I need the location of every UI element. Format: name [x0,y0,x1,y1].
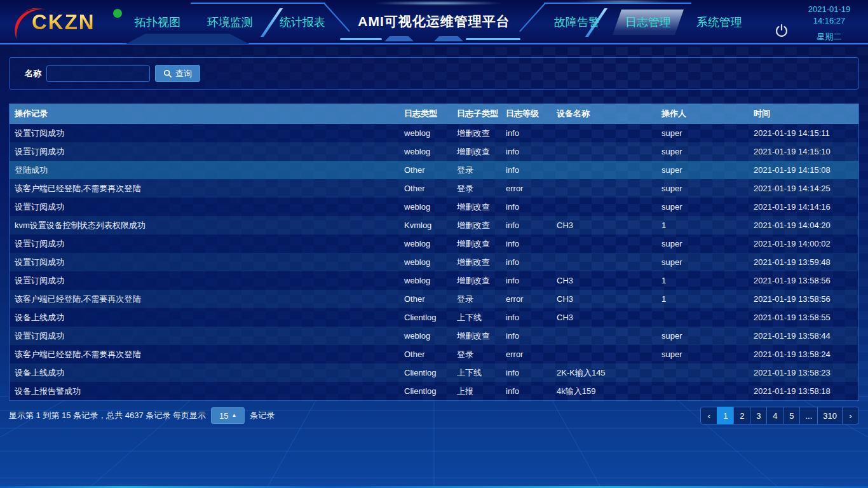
weekday-text: 星期二 [796,31,863,43]
cell-device-name: CH3 [552,294,656,304]
title-underline-decor [434,36,463,41]
table-row[interactable]: 设置订阅成功weblog增删改查infosuper2021-01-19 14:1… [10,198,858,216]
cell-record: 设备上报告警成功 [10,386,399,397]
cell-log-type: Other [399,165,452,175]
cell-log-type: weblog [399,257,452,267]
cell-operator: super [656,331,749,341]
cell-log-type: Clientlog [399,368,452,377]
cell-log-type: weblog [399,147,452,156]
column-header-device-name: 设备名称 [552,108,656,119]
pagination: ‹12345...310› [700,407,859,424]
column-header-log-level: 日志等级 [501,108,552,119]
cell-log-subtype: 增删改查 [452,330,501,342]
cell-log-level: info [501,368,552,377]
table-row[interactable]: 设置订阅成功weblog增删改查infosuper2021-01-19 13:5… [10,253,858,271]
table-row[interactable]: 该客户端已经登陆,不需要再次登陆Other登录errorsuper2021-01… [10,345,858,363]
cell-time: 2021-01-19 14:15:08 [749,165,858,175]
cell-operator: super [656,202,749,212]
cell-time: 2021-01-19 14:15:10 [749,147,858,156]
table-row[interactable]: 设置订阅成功weblog增删改查infoCH312021-01-19 13:58… [10,271,858,290]
page-size-dropdown[interactable]: 15 ▲ [211,407,245,424]
power-button[interactable] [774,23,789,38]
cell-device-name: 2K-K输入145 [552,367,656,379]
table-row[interactable]: 设备上线成功Clientlog上下线infoCH32021-01-19 13:5… [10,308,858,327]
nav-item-alarms[interactable]: 故障告警 [554,15,600,30]
column-header-log-subtype: 日志子类型 [452,108,501,119]
cell-log-level: info [501,147,552,156]
cell-log-type: Other [399,294,452,304]
cell-log-type: Clientlog [399,313,452,322]
nav-item-environment[interactable]: 环境监测 [207,15,253,30]
column-header-time: 时间 [749,108,858,119]
cell-record: 该客户端已经登陆,不需要再次登陆 [10,294,399,305]
table-row[interactable]: 该客户端已经登陆,不需要再次登陆Other登录errorsuper2021-01… [10,179,858,198]
search-button-label: 查询 [175,68,192,79]
cell-device-name: 4k输入159 [552,386,656,397]
summary-prefix: 显示第 1 到第 15 条记录，总共 4637 条记录 每页显示 [9,410,206,421]
nav-item-system[interactable]: 系统管理 [696,15,742,30]
table-header: 操作记录日志类型日志子类型日志等级设备名称操作人时间 [10,104,858,124]
page-ellipsis[interactable]: ... [799,407,818,424]
cell-operator: super [656,257,749,267]
cell-record: 设备上线成功 [10,367,399,379]
cell-time: 2021-01-19 13:58:24 [749,349,858,359]
log-table: 操作记录日志类型日志子类型日志等级设备名称操作人时间 设置订阅成功weblog增… [9,104,859,401]
cell-operator: 1 [656,276,749,285]
table-row[interactable]: 设备上报告警成功Clientlog上报info4k输入1592021-01-19… [10,382,858,400]
cell-log-level: info [501,331,552,341]
cell-record: 设置订阅成功 [10,128,399,139]
table-row[interactable]: 设置订阅成功weblog增删改查infosuper2021-01-19 14:1… [10,124,858,142]
cell-time: 2021-01-19 14:14:25 [749,184,858,193]
logo-dot-icon [113,9,122,18]
title-underline-decor [340,38,382,40]
nav-item-topology[interactable]: 拓扑视图 [135,15,180,30]
cell-time: 2021-01-19 13:58:23 [749,368,858,377]
cell-record: 该客户端已经登陆,不需要再次登陆 [10,349,399,360]
table-row[interactable]: 设备上线成功Clientlog上下线info2K-K输入1452021-01-1… [10,363,858,382]
cell-log-level: info [501,220,552,230]
caret-up-icon: ▲ [231,413,236,418]
cell-record: 该客户端已经登陆,不需要再次登陆 [10,183,399,194]
cell-log-subtype: 登录 [452,183,501,194]
cell-log-level: info [501,257,552,267]
prev-page[interactable]: ‹ [700,407,717,424]
page-4[interactable]: 4 [766,407,783,424]
table-row[interactable]: 该客户端已经登陆,不需要再次登陆Other登录errorCH312021-01-… [10,290,858,308]
cell-time: 2021-01-19 13:58:56 [749,294,858,304]
cell-log-subtype: 增删改查 [452,275,501,287]
table-row[interactable]: 设置订阅成功weblog增删改查infosuper2021-01-19 14:0… [10,234,858,253]
cell-record: 设备上线成功 [10,312,399,323]
table-row[interactable]: 登陆成功Other登录infosuper2021-01-19 14:15:08 [10,161,858,179]
title-underline-decor [466,38,520,40]
cell-log-subtype: 增删改查 [452,220,501,231]
cell-time: 2021-01-19 14:04:20 [749,220,858,230]
cell-record: 设置订阅成功 [10,257,399,268]
page-3[interactable]: 3 [750,407,767,424]
nav-item-reports[interactable]: 统计报表 [280,15,325,30]
page-5[interactable]: 5 [783,407,800,424]
cell-log-type: weblog [399,128,452,138]
search-button[interactable]: 查询 [155,65,200,82]
nav-item-logs[interactable]: 日志管理 [613,10,684,35]
time-text: 14:16:27 [796,15,863,27]
page-1[interactable]: 1 [717,407,734,424]
cell-log-subtype: 登录 [452,165,501,176]
page-310[interactable]: 310 [817,407,843,424]
search-icon [163,69,172,78]
logo: CKZN [10,5,131,39]
cell-time: 2021-01-19 14:15:11 [749,128,858,138]
cell-log-level: info [501,276,552,285]
pagination-summary: 显示第 1 到第 15 条记录，总共 4637 条记录 每页显示 15 ▲ 条记… [9,407,275,424]
cell-device-name: CH3 [552,313,656,322]
cell-log-level: error [501,184,552,193]
cell-log-type: weblog [399,331,452,341]
cell-record: 登陆成功 [10,165,399,176]
table-row[interactable]: 设置订阅成功weblog增删改查infosuper2021-01-19 13:5… [10,327,858,345]
next-page[interactable]: › [842,407,859,424]
search-input[interactable] [46,65,150,82]
cell-log-level: info [501,202,552,212]
page-2[interactable]: 2 [733,407,750,424]
table-row[interactable]: 设置订阅成功weblog增删改查infosuper2021-01-19 14:1… [10,142,858,161]
cell-log-type: weblog [399,276,452,285]
table-row[interactable]: kvm设置设备控制状态列表权限成功Kvmlog增删改查infoCH312021-… [10,216,858,234]
